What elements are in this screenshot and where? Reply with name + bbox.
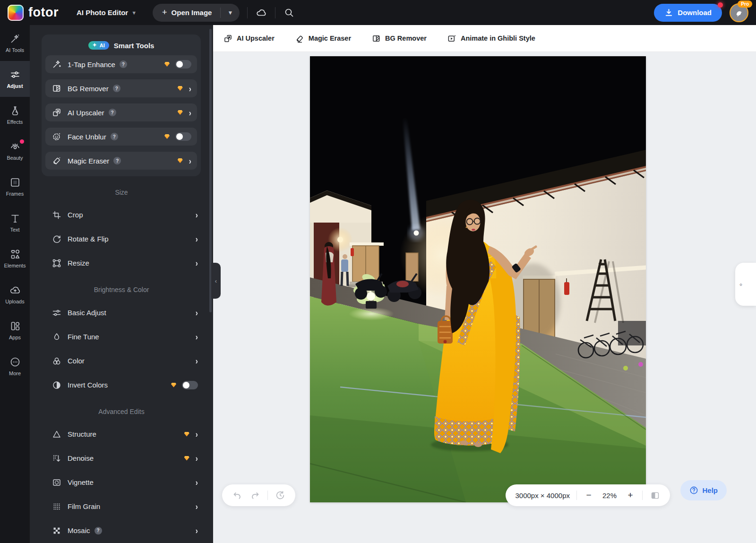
chevron-right-icon: › — [195, 308, 198, 317]
right-panel-expand-handle[interactable]: ‹› — [735, 263, 756, 306]
chevron-right-icon: › — [195, 234, 198, 243]
pro-gem-icon — [178, 110, 183, 115]
sidebar-item-ai-tools[interactable]: AI Tools — [0, 25, 30, 61]
toolbar-magic-eraser[interactable]: Magic Eraser — [295, 34, 351, 43]
sidebar-item-effects[interactable]: Effects — [0, 97, 30, 133]
item-label: Mosaic — [68, 526, 90, 534]
item-film-grain[interactable]: Film Grain › — [42, 498, 201, 515]
rail-label: Adjust — [7, 83, 23, 89]
item-crop[interactable]: Crop › — [42, 206, 201, 224]
item-label: Vignette — [68, 478, 94, 486]
rail-label: Apps — [9, 335, 21, 340]
item-denoise[interactable]: Denoise › — [42, 449, 201, 467]
open-image-button[interactable]: + Open Image — [153, 4, 220, 22]
resize-icon — [52, 259, 61, 268]
rail-label: Text — [10, 227, 19, 233]
item-color[interactable]: Color › — [42, 352, 201, 370]
pro-gem-icon — [178, 86, 183, 91]
divider — [576, 491, 577, 500]
section-title-brightness-color: Brightness & Color — [30, 286, 213, 293]
chevron-right-icon: › — [195, 430, 198, 439]
item-invert-colors[interactable]: Invert Colors — [42, 376, 201, 394]
item-vignette[interactable]: Vignette › — [42, 474, 201, 491]
sidebar-item-frames[interactable]: Frames — [0, 169, 30, 205]
ai-upscaler-icon — [223, 34, 232, 43]
beauty-icon — [9, 141, 21, 152]
toolbar-label: AI Upscaler — [237, 34, 275, 42]
editor-mode-label: AI Photo Editor — [77, 9, 128, 17]
help-icon[interactable]: ? — [120, 60, 127, 68]
chevron-down-icon: ▼ — [131, 10, 137, 16]
chevron-right-icon: › — [195, 259, 198, 267]
mosaic-icon — [52, 526, 61, 535]
item-mosaic[interactable]: Mosaic ? › — [42, 522, 201, 539]
bg-remover-icon — [52, 84, 61, 93]
redo-button[interactable] — [249, 490, 261, 501]
help-icon[interactable]: ? — [109, 109, 116, 116]
divider — [247, 7, 248, 18]
denoise-icon — [52, 454, 61, 463]
avatar[interactable]: Pro — [730, 3, 748, 22]
text-icon — [9, 213, 21, 224]
undo-button[interactable] — [232, 490, 243, 501]
item-label: Basic Adjust — [68, 309, 106, 317]
invert-colors-toggle[interactable] — [182, 381, 198, 389]
compare-icon[interactable] — [649, 490, 661, 501]
tool-face-unblur[interactable]: Face Unblur ? — [45, 128, 197, 146]
reset-history-button[interactable] — [275, 490, 286, 501]
open-image-dropdown-button[interactable]: ▼ — [221, 4, 240, 22]
chevron-right-icon: › — [195, 478, 198, 487]
tool-1-tap-enhance[interactable]: 1-Tap Enhance ? — [45, 55, 197, 73]
tool-bg-remover[interactable]: BG Remover ? › — [45, 79, 197, 97]
item-basic-adjust[interactable]: Basic Adjust › — [42, 304, 201, 321]
chevron-right-icon: › — [195, 454, 198, 463]
zoom-in-button[interactable]: + — [625, 490, 636, 500]
help-icon[interactable]: ? — [113, 85, 120, 92]
help-icon[interactable]: ? — [111, 133, 118, 140]
item-rotate-flip[interactable]: Rotate & Flip › — [42, 230, 201, 248]
panel-collapse-handle[interactable]: ‹ — [211, 263, 221, 299]
sidebar-item-uploads[interactable]: Uploads — [0, 276, 30, 312]
item-fine-tune[interactable]: Fine Tune › — [42, 328, 201, 345]
help-button[interactable]: Help — [680, 480, 727, 500]
ai-badge: ✦ AI — [88, 41, 109, 50]
help-icon[interactable]: ? — [94, 527, 102, 534]
toolbar-bg-remover[interactable]: BG Remover — [372, 34, 427, 43]
magic-eraser-icon — [52, 156, 61, 165]
sidebar-item-text[interactable]: Text — [0, 205, 30, 241]
help-icon[interactable]: ? — [113, 157, 121, 164]
toolbar-ai-upscaler[interactable]: AI Upscaler — [223, 34, 275, 43]
search-icon[interactable] — [283, 7, 295, 19]
item-resize[interactable]: Resize › — [42, 254, 201, 272]
zoom-out-button[interactable]: − — [584, 490, 594, 500]
sidebar-item-beauty[interactable]: Beauty — [0, 133, 30, 169]
sidebar-item-elements[interactable]: Elements — [0, 241, 30, 276]
rail-label: Effects — [7, 119, 23, 125]
download-button[interactable]: Download — [654, 4, 722, 22]
item-structure[interactable]: Structure › — [42, 425, 201, 443]
topbar-actions: Download Pro — [654, 3, 748, 22]
face-unblur-toggle[interactable] — [175, 132, 191, 141]
sidebar-item-adjust[interactable]: Adjust — [0, 61, 30, 97]
plus-icon: + — [162, 8, 167, 17]
editor-mode-menu[interactable]: AI Photo Editor ▼ — [77, 9, 137, 17]
smart-tools-header: ✦ AI Smart Tools — [45, 41, 197, 50]
chevron-right-icon: › — [195, 526, 198, 535]
fotor-logo[interactable]: fotor — [8, 5, 59, 21]
sidebar-item-more[interactable]: More — [0, 348, 30, 384]
photo-canvas[interactable] — [310, 56, 646, 502]
tool-magic-eraser[interactable]: Magic Eraser ? › — [45, 152, 197, 170]
canvas-toolbar: AI Upscaler Magic Eraser BG Remover Anim… — [213, 25, 756, 52]
more-icon — [9, 356, 21, 368]
apps-icon — [9, 320, 21, 332]
pro-gem-icon — [164, 62, 170, 67]
chevron-right-icon: › — [195, 356, 198, 365]
chevron-right-icon: › — [189, 84, 191, 93]
crop-icon — [52, 210, 61, 220]
cloud-icon[interactable] — [255, 7, 267, 19]
toolbar-animate-ghibli[interactable]: Animate in Ghibli Style — [447, 34, 535, 43]
enhance-toggle[interactable] — [175, 60, 191, 69]
divider — [275, 7, 275, 18]
sidebar-item-apps[interactable]: Apps — [0, 312, 30, 348]
tool-ai-upscaler[interactable]: AI Upscaler ? › — [45, 103, 197, 121]
